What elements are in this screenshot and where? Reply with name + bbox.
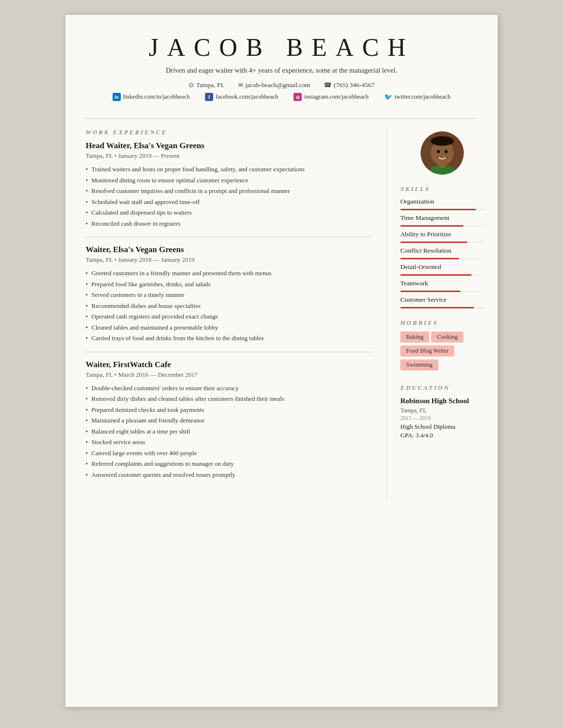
candidate-name: JACOB BEACH: [94, 33, 469, 62]
hobbies-section: HOBBIES BakingCookingFood Blog WriterSwi…: [400, 319, 484, 373]
skill-bar: [400, 258, 459, 259]
education-section: EDUCATION Robinson High School Tampa, FL…: [400, 384, 484, 439]
school-name: Robinson High School: [400, 396, 484, 406]
skill-name: Organization: [400, 198, 484, 208]
bullet-item: Served customers in a timely manner: [86, 290, 371, 300]
school-location: Tampa, FL: [400, 407, 484, 414]
job-meta: Tampa, FL • January 2019 — Present: [86, 152, 371, 160]
skills-title: SKILLS: [400, 185, 484, 193]
svg-point-7: [431, 136, 454, 146]
skill-bar: [400, 307, 474, 308]
hobby-tag: Food Blog Writer: [400, 345, 454, 357]
skill-bar-container: [400, 258, 484, 259]
bullet-item: Calculated and dispensed tips to waiters: [86, 208, 371, 217]
skills-container: OrganizationTime ManagementAbility to Pr…: [400, 198, 484, 308]
skill-bar-container: [400, 225, 484, 227]
phone-icon: ☎: [324, 81, 332, 89]
instagram-text: instagram.com/jacobbeach: [304, 93, 369, 101]
skill-bar: [400, 274, 472, 276]
skills-section: SKILLS OrganizationTime ManagementAbilit…: [400, 185, 484, 308]
skill-bar: [400, 225, 463, 227]
skill-bar-container: [400, 291, 484, 292]
school-gpa: GPA: 3.4/4.0: [400, 432, 484, 439]
hobby-tag: Swimming: [400, 359, 438, 370]
skill-bar-container: [400, 242, 484, 243]
job-meta: Tampa, FL • January 2018 — January 2019: [86, 256, 371, 264]
email-item: ✉ jacob-beach@gmail.com: [238, 81, 310, 89]
avatar-container: [400, 131, 484, 175]
skill-name: Ability to Prioritize: [400, 230, 484, 241]
job-bullets: Greeted customers in a friendly manner a…: [86, 268, 371, 343]
header-section: JACOB BEACH Driven and eager waiter with…: [65, 15, 498, 114]
linkedin-text: linkedin.com/in/jacobbeach: [123, 93, 190, 101]
bullet-item: Reconciled cash drawer in registers: [86, 219, 371, 229]
location-text: Tampa, FL: [196, 81, 225, 89]
bullet-item: Scheduled wait staff and approved time-o…: [86, 197, 371, 207]
hobbies-title: HOBBIES: [400, 319, 484, 327]
school-dates: 2015 — 2019: [400, 415, 484, 421]
skill-name: Time Management: [400, 214, 484, 224]
bullet-item: Catered large events with over 400 peopl…: [86, 448, 371, 458]
bullet-item: Carried trays of food and drinks from th…: [86, 333, 371, 343]
instagram-item: ◎ instagram.com/jacobbeach: [294, 93, 369, 101]
job-entry: Waiter, Elsa's Vegan GreensTampa, FL • J…: [86, 245, 371, 343]
bullet-item: Prepared food like garnishes, drinks, an…: [86, 280, 371, 289]
skill-name: Teamwork: [400, 280, 484, 290]
bullet-item: Double-checked customers' orders to ensu…: [86, 383, 371, 393]
skill-bar: [400, 209, 476, 210]
email-icon: ✉: [238, 82, 243, 89]
location-item: ⊙ Tampa, FL: [189, 81, 225, 89]
bullet-item: Removed dirty dishes and cleaned tables …: [86, 394, 371, 404]
job-divider: [86, 237, 371, 237]
skill-bar-container: [400, 307, 484, 308]
bullet-item: Operated cash registers and provided exa…: [86, 312, 371, 321]
facebook-icon: f: [205, 93, 213, 101]
email-text: jacob-beach@gmail.com: [245, 81, 310, 89]
skill-bar-container: [400, 274, 484, 276]
skill-bar: [400, 242, 467, 243]
school-degree: High School Diploma: [400, 423, 484, 431]
main-body: WORK EXPERIENCE Head Waiter, Elsa's Vega…: [65, 119, 498, 502]
job-bullets: Trained waiters and hosts on proper food…: [86, 165, 371, 228]
jobs-container: Head Waiter, Elsa's Vegan GreensTampa, F…: [86, 141, 371, 479]
job-meta: Tampa, FL • March 2016 — December 2017: [86, 371, 371, 379]
location-icon: ⊙: [189, 81, 194, 89]
bullet-item: Answered customer queries and resolved i…: [86, 470, 371, 480]
contact-line: ⊙ Tampa, FL ✉ jacob-beach@gmail.com ☎ (7…: [94, 81, 469, 89]
education-title: EDUCATION: [400, 384, 484, 392]
twitter-icon: 🐦: [384, 93, 392, 101]
facebook-text: facebook.com/jacobbeach: [216, 93, 278, 101]
skill-name: Conflict Resolution: [400, 247, 484, 257]
bullet-item: Referred complaints and suggestions to m…: [86, 459, 371, 469]
hobby-tag: Cooking: [431, 332, 463, 343]
job-title: Waiter, FirstWatch Cafe: [86, 360, 371, 370]
svg-point-5: [437, 150, 440, 153]
bullet-item: Cleaned tables and maintained a presenta…: [86, 323, 371, 332]
svg-point-6: [445, 150, 448, 153]
twitter-text: twitter.com/jacobbeach: [395, 93, 450, 101]
bullet-item: Monitored dining room to ensure optimal …: [86, 176, 371, 185]
instagram-icon: ◎: [294, 93, 302, 101]
linkedin-icon: in: [113, 93, 121, 101]
bullet-item: Stocked service areas: [86, 437, 371, 447]
job-bullets: Double-checked customers' orders to ensu…: [86, 383, 371, 480]
job-entry: Waiter, FirstWatch CafeTampa, FL • March…: [86, 360, 371, 480]
phone-item: ☎ (765) 346-4567: [324, 81, 374, 89]
avatar: [421, 131, 464, 175]
bullet-item: Trained waiters and hosts on proper food…: [86, 165, 371, 174]
bullet-item: Maintained a pleasant and friendly demea…: [86, 416, 371, 425]
bullet-item: Resolved customer inquiries and conflict…: [86, 186, 371, 196]
bullet-item: Balanced eight tables at a time per shif…: [86, 427, 371, 436]
linkedin-item: in linkedin.com/in/jacobbeach: [113, 93, 190, 101]
hobbies-container: BakingCookingFood Blog WriterSwimming: [400, 332, 484, 373]
twitter-item: 🐦 twitter.com/jacobbeach: [384, 93, 450, 101]
bullet-item: Recommended dishes and house specialties: [86, 301, 371, 311]
bullet-item: Prepared itemized checks and took paymen…: [86, 405, 371, 415]
social-line: in linkedin.com/in/jacobbeach f facebook…: [94, 93, 469, 101]
resume-wrapper: JACOB BEACH Driven and eager waiter with…: [65, 14, 498, 707]
left-column: WORK EXPERIENCE Head Waiter, Elsa's Vega…: [65, 128, 387, 502]
job-title: Head Waiter, Elsa's Vegan Greens: [86, 141, 371, 151]
work-experience-title: WORK EXPERIENCE: [86, 128, 371, 136]
job-entry: Head Waiter, Elsa's Vegan GreensTampa, F…: [86, 141, 371, 228]
phone-text: (765) 346-4567: [334, 81, 374, 89]
